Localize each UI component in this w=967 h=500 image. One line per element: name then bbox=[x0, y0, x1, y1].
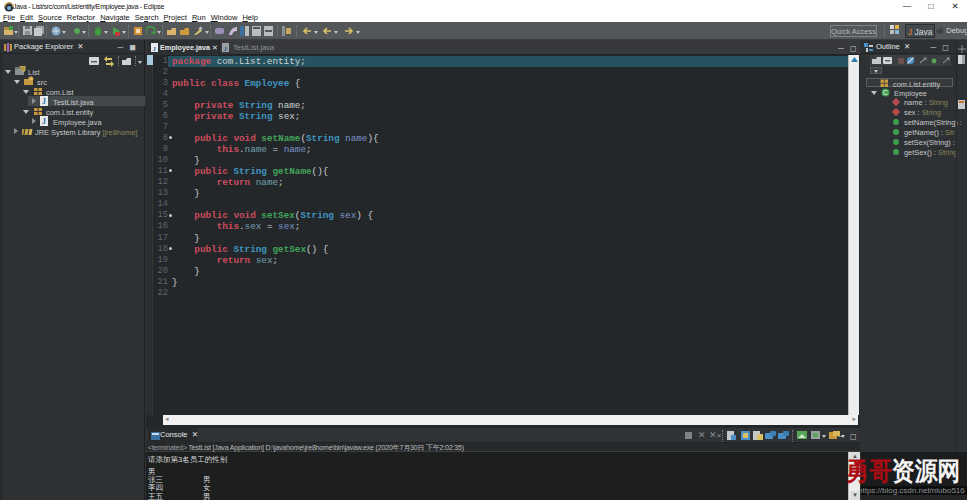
svg-text:C: C bbox=[883, 89, 888, 96]
svg-text:J: J bbox=[42, 97, 46, 106]
svg-text:J: J bbox=[42, 117, 46, 126]
svg-text:J: J bbox=[153, 45, 157, 53]
svg-text:J: J bbox=[224, 45, 228, 53]
